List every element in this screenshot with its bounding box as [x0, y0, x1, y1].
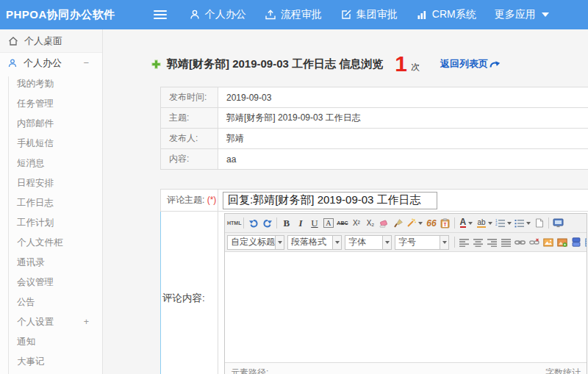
- comment-content-label-cell: 评论内容:: [161, 212, 218, 374]
- edit-square-icon: [340, 9, 352, 21]
- caret-down-icon: [488, 222, 492, 225]
- sidebar-item-short-message[interactable]: 短消息: [0, 154, 102, 173]
- expand-icon[interactable]: +: [84, 312, 89, 332]
- sidebar-section-label: 个人办公: [24, 57, 62, 70]
- ordered-list-button[interactable]: 12: [494, 216, 513, 231]
- top-header: PHPOA协同办公软件 个人办公 流程审批 集团审批 CRM系统: [0, 0, 588, 29]
- font-style-button[interactable]: A: [321, 216, 335, 231]
- italic-button[interactable]: I: [293, 216, 307, 231]
- sidebar-item-contacts[interactable]: 通讯录: [0, 253, 102, 273]
- sidebar-item-file-cabinet[interactable]: 个人文件柜: [0, 233, 102, 253]
- caret-down-icon[interactable]: [333, 235, 342, 250]
- strikethrough-button[interactable]: ABC: [335, 216, 349, 231]
- blockquote-button[interactable]: 66: [424, 216, 438, 231]
- back-to-list-link[interactable]: 返回列表页: [440, 57, 501, 71]
- sidebar-item-work-plan[interactable]: 工作计划: [0, 213, 102, 233]
- nav-group-approval[interactable]: 集团审批: [340, 8, 398, 21]
- font-size-dropdown[interactable]: 字号: [395, 235, 440, 250]
- sidebar-item-schedule[interactable]: 日程安排: [0, 173, 102, 193]
- comment-subject-label-cell: 评论主题: (*): [161, 190, 218, 212]
- sidebar-item-internal-mail[interactable]: 内部邮件: [0, 114, 102, 134]
- nav-label: 更多应用: [495, 8, 536, 21]
- comment-editor-cell: HTML B I U A ABC X²: [218, 212, 588, 374]
- undo-icon[interactable]: [246, 216, 260, 231]
- caret-down-icon: [526, 222, 531, 225]
- hamburger-menu-icon[interactable]: [154, 8, 167, 21]
- editor-content-area[interactable]: [225, 252, 587, 362]
- align-justify-icon[interactable]: [499, 235, 513, 250]
- main-content: 郭靖[财务部] 2019-09-03 工作日志 信息浏览 1 次 返回列表页 发…: [103, 29, 588, 374]
- sidebar-item-attendance[interactable]: 我的考勤: [0, 74, 102, 94]
- image-icon[interactable]: [541, 235, 555, 250]
- bullet-list-button[interactable]: [513, 216, 532, 231]
- info-table: 发布时间: 2019-09-03 主题: 郭靖[财务部] 2019-09-03 …: [160, 87, 588, 170]
- align-left-icon[interactable]: [457, 235, 471, 250]
- person-icon: [7, 58, 18, 68]
- caret-down-icon[interactable]: [440, 235, 449, 250]
- sidebar-item-personal-settings[interactable]: 个人设置 +: [0, 312, 102, 332]
- home-icon: [8, 36, 18, 46]
- new-page-icon[interactable]: [532, 216, 546, 231]
- caret-down-icon[interactable]: [383, 235, 392, 250]
- view-count-unit: 次: [411, 61, 420, 73]
- align-center-icon[interactable]: [471, 235, 485, 250]
- highlight-glyph: ab: [477, 219, 485, 228]
- nav-more-apps[interactable]: 更多应用: [495, 8, 549, 21]
- flash-media-icon[interactable]: [555, 235, 569, 250]
- person-icon: [189, 9, 201, 21]
- paragraph-format-dropdown[interactable]: 段落格式: [287, 235, 333, 250]
- unlink-icon[interactable]: [527, 235, 541, 250]
- sidebar-item-meetings[interactable]: 会议管理: [0, 273, 102, 292]
- sidebar-item-notifications[interactable]: 通知: [0, 332, 102, 352]
- sidebar-section-personal-office[interactable]: 个人办公 −: [0, 53, 102, 73]
- view-count: 1: [395, 53, 407, 75]
- editor-toolbar-row1: HTML B I U A ABC X²: [225, 214, 587, 233]
- heading-dropdown[interactable]: 自定义标题: [227, 235, 276, 250]
- caret-down-icon: [542, 12, 549, 17]
- link-icon[interactable]: [513, 235, 527, 250]
- sidebar-item-label: 个人桌面: [24, 35, 62, 48]
- toolbar-separator: [454, 217, 455, 229]
- format-brush-icon[interactable]: [391, 216, 405, 231]
- html-source-button[interactable]: HTML: [227, 216, 241, 231]
- highlight-color-button[interactable]: ab: [475, 216, 494, 231]
- nav-workflow-approval[interactable]: 流程审批: [265, 8, 322, 21]
- element-path-label: 元素路径:: [231, 367, 268, 374]
- table-row: 主题: 郭靖[财务部] 2019-09-03 工作日志: [161, 108, 588, 129]
- nav-personal-office[interactable]: 个人办公: [189, 8, 246, 21]
- quick-format-wand-icon[interactable]: [405, 216, 424, 231]
- redo-icon[interactable]: [260, 216, 274, 231]
- toolbar-separator: [276, 217, 277, 229]
- underline-button[interactable]: U: [307, 216, 321, 231]
- sidebar-item-work-log[interactable]: 工作日志: [0, 193, 102, 213]
- table-icon[interactable]: [583, 235, 587, 250]
- bar-chart-icon: [416, 9, 428, 21]
- align-right-icon[interactable]: [485, 235, 499, 250]
- svg-text:T: T: [444, 221, 447, 226]
- font-family-dropdown[interactable]: 字体: [345, 235, 383, 250]
- caret-down-icon[interactable]: [276, 235, 284, 250]
- editor-statusbar: 元素路径: 字数统计: [225, 362, 587, 374]
- sidebar-item-desktop[interactable]: 个人桌面: [0, 29, 102, 53]
- caret-down-icon: [507, 222, 512, 225]
- fullscreen-icon[interactable]: [551, 216, 565, 231]
- nav-crm-system[interactable]: CRM系统: [416, 8, 476, 21]
- sidebar-item-sms[interactable]: 手机短信: [0, 134, 102, 154]
- sidebar-item-announcements[interactable]: 公告: [0, 292, 102, 312]
- comment-subject-row: 评论主题: (*): [161, 190, 588, 212]
- sidebar-item-tasks[interactable]: 任务管理: [0, 94, 102, 114]
- sidebar-item-milestones[interactable]: 大事记: [0, 352, 102, 372]
- paste-plain-icon[interactable]: T: [438, 216, 452, 231]
- bold-button[interactable]: B: [279, 216, 293, 231]
- comment-content-label: 评论内容:: [162, 292, 205, 303]
- font-color-button[interactable]: A: [457, 216, 475, 231]
- superscript-button[interactable]: X²: [349, 216, 363, 231]
- toolbar-separator: [454, 237, 455, 248]
- media-video-icon[interactable]: [569, 235, 583, 250]
- collapse-icon[interactable]: −: [83, 57, 89, 68]
- comment-subject-input[interactable]: [223, 192, 437, 209]
- eraser-icon[interactable]: [377, 216, 391, 231]
- table-row: 内容: aa: [161, 149, 588, 170]
- word-count-label[interactable]: 字数统计: [545, 367, 581, 374]
- subscript-button[interactable]: X₂: [363, 216, 377, 231]
